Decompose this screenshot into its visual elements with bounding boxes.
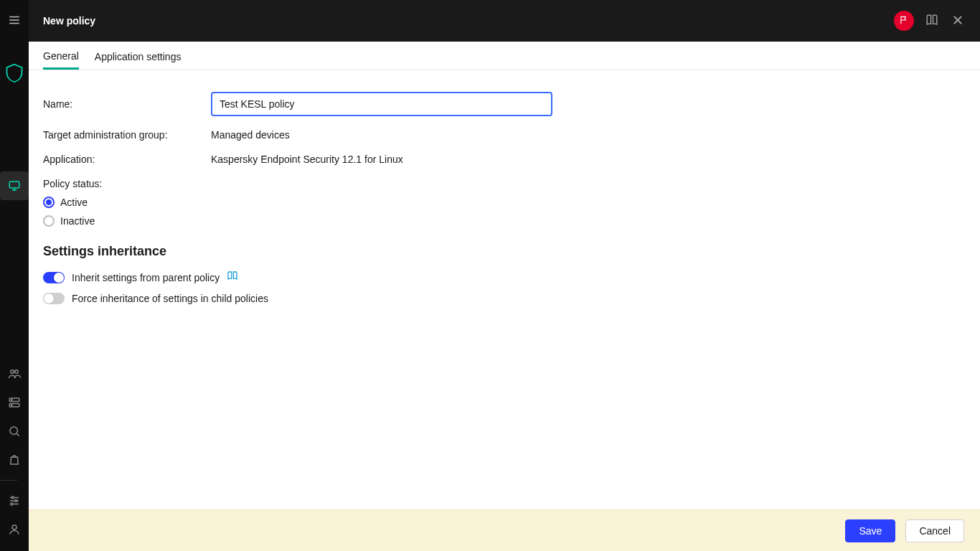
dialog-content: Name: Target administration group: Manag… bbox=[29, 70, 980, 509]
rail-divider bbox=[0, 480, 17, 481]
tab-label: General bbox=[43, 50, 79, 62]
toggle-force-inherit: Force inheritance of settings in child p… bbox=[43, 293, 966, 304]
flag-icon bbox=[899, 15, 909, 27]
svg-point-18 bbox=[15, 500, 17, 502]
svg-point-10 bbox=[11, 400, 13, 401]
bag-icon bbox=[8, 453, 21, 466]
radio-active[interactable]: Active bbox=[43, 197, 966, 208]
search-icon bbox=[8, 425, 21, 438]
policy-status-block: Policy status: Active Inactive bbox=[43, 178, 966, 227]
toggle-inherit-parent: Inherit settings from parent policy bbox=[43, 270, 966, 284]
feedback-button[interactable] bbox=[894, 11, 914, 31]
svg-point-20 bbox=[12, 525, 17, 529]
label-application: Application: bbox=[43, 154, 211, 165]
svg-point-17 bbox=[11, 496, 14, 499]
label-name: Name: bbox=[43, 98, 211, 110]
rail-item-account[interactable] bbox=[0, 515, 29, 544]
rail-item-bag[interactable] bbox=[0, 446, 29, 474]
svg-point-12 bbox=[10, 427, 18, 435]
value-application: Kaspersky Endpoint Security 12.1 for Lin… bbox=[211, 154, 403, 165]
label-policy-status: Policy status: bbox=[43, 178, 966, 189]
toggle-label: Force inheritance of settings in child p… bbox=[72, 293, 268, 304]
save-button[interactable]: Save bbox=[845, 519, 895, 542]
server-icon bbox=[8, 396, 21, 409]
book-icon bbox=[925, 14, 938, 29]
radio-label: Active bbox=[60, 197, 88, 208]
row-name: Name: bbox=[43, 92, 966, 116]
help-book-icon bbox=[227, 270, 238, 284]
radio-indicator bbox=[43, 215, 55, 227]
row-application: Application: Kaspersky Endpoint Security… bbox=[43, 154, 966, 165]
value-target: Managed devices bbox=[211, 129, 290, 141]
toggle-label: Inherit settings from parent policy bbox=[72, 272, 220, 283]
heading-settings-inheritance: Settings inheritance bbox=[43, 244, 966, 259]
tab-general[interactable]: General bbox=[43, 43, 79, 70]
tab-label: Application settings bbox=[95, 51, 182, 62]
svg-point-7 bbox=[15, 370, 19, 374]
tab-application-settings[interactable]: Application settings bbox=[95, 44, 182, 70]
sliders-icon bbox=[8, 494, 21, 507]
button-label: Save bbox=[859, 525, 882, 537]
rail-item-server[interactable] bbox=[0, 388, 29, 417]
label-target: Target administration group: bbox=[43, 129, 211, 141]
svg-line-13 bbox=[17, 433, 19, 435]
rail-item-devices[interactable] bbox=[0, 171, 29, 200]
policy-name-input[interactable] bbox=[211, 92, 552, 116]
person-icon bbox=[8, 523, 21, 536]
button-label: Cancel bbox=[919, 525, 951, 537]
svg-rect-3 bbox=[9, 182, 19, 188]
users-icon bbox=[8, 367, 21, 380]
radio-label: Inactive bbox=[60, 215, 95, 227]
dialog-header-actions bbox=[894, 11, 966, 31]
left-rail bbox=[0, 0, 29, 551]
dialog-tabs: General Application settings bbox=[29, 42, 980, 70]
menu-button[interactable] bbox=[0, 6, 29, 34]
rail-item-settings[interactable] bbox=[0, 486, 29, 515]
close-icon bbox=[951, 14, 964, 29]
app-logo bbox=[4, 63, 24, 85]
help-button[interactable] bbox=[924, 13, 940, 29]
row-target: Target administration group: Managed dev… bbox=[43, 129, 966, 141]
dialog-header: New policy bbox=[29, 0, 980, 42]
radio-inactive[interactable]: Inactive bbox=[43, 215, 966, 227]
monitor-icon bbox=[8, 179, 21, 192]
help-link-inherit[interactable] bbox=[227, 270, 238, 284]
switch-force-inherit[interactable] bbox=[43, 293, 65, 304]
rail-lower-group bbox=[0, 359, 29, 551]
svg-point-11 bbox=[11, 405, 13, 406]
rail-item-search[interactable] bbox=[0, 417, 29, 446]
dialog-footer: Save Cancel bbox=[29, 509, 980, 551]
rail-item-users[interactable] bbox=[0, 359, 29, 388]
switch-inherit-parent[interactable] bbox=[43, 272, 65, 283]
radio-indicator bbox=[43, 197, 55, 208]
svg-point-19 bbox=[11, 503, 13, 505]
cancel-button[interactable]: Cancel bbox=[905, 519, 964, 542]
menu-icon bbox=[8, 14, 21, 27]
svg-point-6 bbox=[11, 370, 14, 374]
dialog-title: New policy bbox=[43, 15, 95, 27]
close-button[interactable] bbox=[950, 13, 966, 29]
new-policy-dialog: New policy General Application settings bbox=[29, 0, 980, 551]
